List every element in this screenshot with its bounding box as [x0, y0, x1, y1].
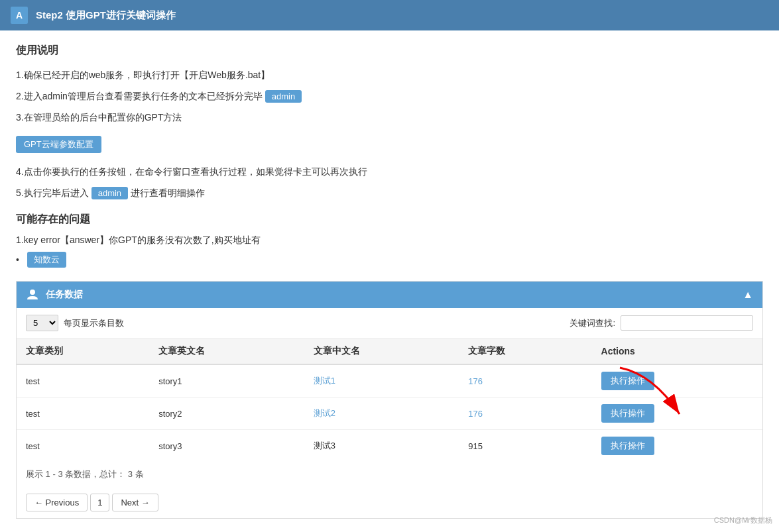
page-size-select[interactable]: 5 10 25 50: [26, 315, 58, 331]
cell-cn-name: 测试3: [304, 430, 459, 462]
page-1-button[interactable]: 1: [90, 494, 109, 511]
collapse-icon[interactable]: ▲: [743, 289, 753, 301]
execute-button-2[interactable]: 执行操作: [601, 404, 654, 423]
next-button[interactable]: Next →: [112, 494, 158, 511]
table-row: test story2 测试2 176 执行操作: [17, 398, 762, 430]
col-header-en-name: 文章英文名: [149, 339, 304, 364]
cell-category: test: [17, 430, 149, 462]
cell-en-name: story1: [149, 364, 304, 398]
instruction-2-text: 2.进入admin管理后台查看需要执行任务的文本已经拆分完毕: [16, 87, 263, 105]
admin-button-2[interactable]: admin: [91, 187, 128, 199]
col-header-actions: Actions: [592, 339, 762, 364]
page-size-label: 每页显示条目数: [64, 317, 124, 329]
watermark: CSDN@Mr数据杨: [714, 515, 772, 525]
admin-button-1[interactable]: admin: [265, 90, 302, 103]
execute-button-1[interactable]: 执行操作: [601, 372, 654, 390]
table-header-bar: 任务数据 ▲: [17, 282, 762, 308]
table-row: test story3 测试3 915 执行操作: [17, 430, 762, 462]
table-controls: 5 10 25 50 每页显示条目数 关键词查找:: [17, 308, 762, 339]
instruction-list: 1.确保已经开启的web服务，即执行打开【开启Web服务.bat】 2.进入ad…: [16, 66, 763, 202]
top-bar: A Step2 使用GPT进行关键词操作: [0, 0, 779, 30]
search-label: 关键词查找:: [569, 317, 615, 329]
instruction-4-text: 4.点击你要执行的任务按钮，在命令行窗口查看执行过程，如果觉得卡主可以再次执行: [16, 162, 367, 181]
bullet-item-zhidaoyun: • 知数云: [16, 252, 763, 268]
instruction-5-text-before: 5.执行完毕后进入: [16, 184, 89, 202]
col-header-cn-name: 文章中文名: [304, 339, 459, 364]
cell-category: test: [17, 364, 149, 398]
search-input[interactable]: [621, 315, 753, 331]
zhidaoyun-button[interactable]: 知数云: [27, 252, 66, 268]
instruction-3-text: 3.在管理员给的后台中配置你的GPT方法: [16, 108, 182, 127]
col-header-category: 文章类别: [17, 339, 149, 364]
instruction-1: 1.确保已经开启的web服务，即执行打开【开启Web服务.bat】: [16, 66, 763, 84]
table-summary: 展示 1 - 3 条数据，总计： 3 条: [26, 469, 144, 479]
cell-actions: 执行操作: [592, 398, 762, 430]
table-footer: 展示 1 - 3 条数据，总计： 3 条: [17, 462, 762, 487]
cell-char-count: 176: [459, 364, 591, 398]
instruction-2: 2.进入admin管理后台查看需要执行任务的文本已经拆分完毕 admin: [16, 87, 763, 105]
pagination-area: ← Previous 1 Next →: [17, 487, 762, 518]
col-header-char-count: 文章字数: [459, 339, 591, 364]
cell-actions: 执行操作: [592, 364, 762, 398]
problems-section: 可能存在的问题 1.key error【answer】你GPT的服务没有次数了,…: [16, 213, 763, 268]
cell-en-name: story3: [149, 430, 304, 462]
instruction-5-text-after: 进行查看明细操作: [131, 184, 205, 202]
table-title: 任务数据: [46, 289, 83, 301]
cell-char-count: 176: [459, 398, 591, 430]
table-row: test story1 测试1 176 执行操作: [17, 364, 762, 398]
user-icon: [26, 288, 39, 301]
instruction-4: 4.点击你要执行的任务按钮，在命令行窗口查看执行过程，如果觉得卡主可以再次执行: [16, 162, 763, 181]
prev-button[interactable]: ← Previous: [26, 494, 88, 511]
data-table: 文章类别 文章英文名 文章中文名 文章字数 Actions test story…: [17, 339, 762, 462]
cell-cn-name: 测试2: [304, 398, 459, 430]
svg-point-0: [30, 290, 35, 295]
cell-category: test: [17, 398, 149, 430]
cell-cn-name: 测试1: [304, 364, 459, 398]
execute-button-3[interactable]: 执行操作: [601, 437, 654, 455]
instruction-1-text: 1.确保已经开启的web服务，即执行打开【开启Web服务.bat】: [16, 66, 270, 84]
table-header-row: 文章类别 文章英文名 文章中文名 文章字数 Actions: [17, 339, 762, 364]
problems-title: 可能存在的问题: [16, 213, 763, 227]
cell-en-name: story2: [149, 398, 304, 430]
cell-char-count: 915: [459, 430, 591, 462]
problem-text: 1.key error【answer】你GPT的服务没有次数了,购买地址有: [16, 235, 763, 246]
main-content: 使用说明 1.确保已经开启的web服务，即执行打开【开启Web服务.bat】 2…: [0, 30, 779, 532]
page-title: Step2 使用GPT进行关键词操作: [36, 9, 176, 22]
instruction-3: 3.在管理员给的后台中配置你的GPT方法: [16, 108, 763, 127]
usage-title: 使用说明: [16, 44, 763, 58]
logo-badge: A: [11, 7, 28, 24]
gpt-config-button[interactable]: GPT云端参数配置: [16, 136, 101, 153]
table-header-left: 任务数据: [26, 288, 83, 301]
instruction-5: 5.执行完毕后进入 admin 进行查看明细操作: [16, 184, 763, 202]
cell-actions: 执行操作: [592, 430, 762, 462]
table-section: 任务数据 ▲ 5 10 25 50 每页显示条目数 关键词查找: 文章类别 文章…: [16, 281, 763, 519]
